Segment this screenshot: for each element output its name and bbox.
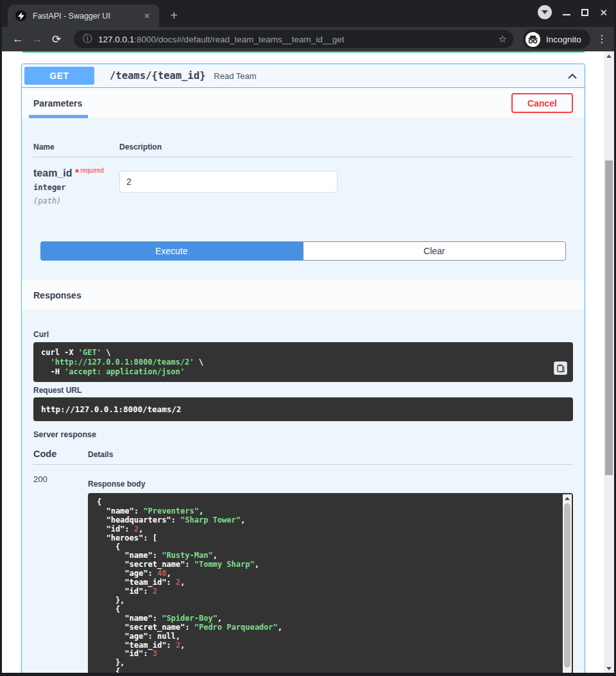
address-bar[interactable]: ⓘ 127.0.0.1:8000/docs#/default/read_team…: [74, 30, 513, 48]
site-info-icon[interactable]: ⓘ: [83, 33, 92, 45]
page-scrollbar-thumb[interactable]: [605, 160, 613, 475]
http-method-badge: GET: [24, 67, 94, 85]
endpoint-path: /teams/{team_id}: [110, 70, 205, 82]
team-id-input[interactable]: [119, 171, 338, 193]
new-tab-button[interactable]: +: [166, 8, 182, 24]
curl-label: Curl: [33, 330, 573, 339]
responses-body: Curl curl -X 'GET' \ 'http://127.0.0.1:8…: [22, 311, 585, 673]
code-column-header: Code: [33, 449, 88, 459]
incognito-label: Incognito: [546, 35, 581, 44]
tab-strip: FastAPI - Swagger UI ✕ + ✕: [2, 0, 614, 27]
responses-title: Responses: [33, 290, 81, 300]
minimize-button[interactable]: [563, 14, 570, 15]
bookmark-star-icon[interactable]: ☆: [499, 33, 507, 45]
details-column-header: Details: [88, 450, 113, 459]
response-scrollbar[interactable]: [563, 494, 572, 673]
chevron-down-icon: [542, 10, 548, 14]
parameter-row: team_id *required integer (path): [33, 168, 573, 205]
url-text: 127.0.0.1:8000/docs#/default/read_team_t…: [98, 35, 493, 44]
description-column-header: Description: [119, 143, 162, 152]
forward-button[interactable]: →: [28, 33, 47, 46]
browser-window: FastAPI - Swagger UI ✕ + ✕ ← → ⟳ ⓘ 127.0…: [2, 0, 614, 673]
required-label: required: [80, 167, 104, 174]
window-close-button[interactable]: ✕: [599, 8, 608, 17]
reload-button[interactable]: ⟳: [47, 33, 66, 46]
copy-to-clipboard-button[interactable]: [554, 361, 567, 375]
page-scroll-down-icon[interactable]: [604, 664, 614, 673]
clear-button[interactable]: Clear: [303, 241, 567, 261]
collapse-chevron-icon[interactable]: [565, 69, 579, 83]
server-response-label: Server response: [33, 430, 573, 439]
curl-command: curl -X 'GET' \ 'http://127.0.0.1:8000/t…: [33, 342, 573, 382]
page-scroll-up-icon[interactable]: [604, 51, 614, 60]
status-code: 200: [33, 474, 88, 673]
operation-summary[interactable]: GET /teams/{team_id} Read Team: [22, 64, 585, 88]
response-body-label: Response body: [88, 480, 573, 489]
response-scrollbar-thumb[interactable]: [564, 503, 570, 668]
tab-search-button[interactable]: [538, 5, 552, 19]
request-url-label: Request URL: [33, 386, 573, 395]
url-path: :8000/docs#/default/read_team_teams__tea…: [134, 35, 344, 44]
response-row: 200 Response body { "name": "Preventers"…: [33, 474, 573, 673]
responses-section-header: Responses: [22, 280, 585, 311]
required-asterisk: *: [75, 168, 79, 178]
previous-endpoint-edge: [21, 51, 585, 53]
parameter-location: (path): [33, 196, 119, 205]
page-scrollbar[interactable]: [604, 51, 614, 673]
incognito-icon: [526, 32, 540, 47]
tab-parameters[interactable]: Parameters: [33, 98, 82, 108]
cancel-button[interactable]: Cancel: [511, 93, 573, 113]
endpoint-summary: Read Team: [214, 71, 256, 81]
parameters-section-header: Parameters Cancel: [22, 88, 585, 119]
page-content: GET /teams/{team_id} Read Team Parameter…: [2, 51, 614, 673]
fastapi-favicon-icon: [15, 10, 26, 21]
back-button[interactable]: ←: [8, 33, 28, 46]
parameter-type: integer: [33, 183, 119, 192]
browser-tab[interactable]: FastAPI - Swagger UI ✕: [8, 4, 159, 27]
incognito-badge: Incognito: [523, 30, 590, 49]
browser-menu-button[interactable]: ⋮: [597, 33, 607, 45]
active-tab-underline: [29, 115, 88, 118]
request-url-value: http://127.0.0.1:8000/teams/2: [33, 397, 573, 421]
tab-close-icon[interactable]: ✕: [141, 10, 153, 22]
name-column-header: Name: [33, 143, 55, 152]
maximize-button[interactable]: [581, 9, 588, 16]
browser-toolbar: ← → ⟳ ⓘ 127.0.0.1:8000/docs#/default/rea…: [2, 27, 614, 51]
response-body-json: { "name": "Preventers", "headquarters": …: [88, 493, 573, 673]
url-host: 127.0.0.1: [98, 35, 134, 44]
get-operation-block: GET /teams/{team_id} Read Team Parameter…: [21, 64, 585, 673]
parameters-body: Name Description team_id *required integ…: [22, 119, 585, 280]
execute-button[interactable]: Execute: [40, 241, 303, 261]
parameter-name: team_id *required: [33, 168, 119, 179]
scroll-up-icon[interactable]: [563, 494, 572, 503]
tab-title: FastAPI - Swagger UI: [33, 12, 141, 21]
